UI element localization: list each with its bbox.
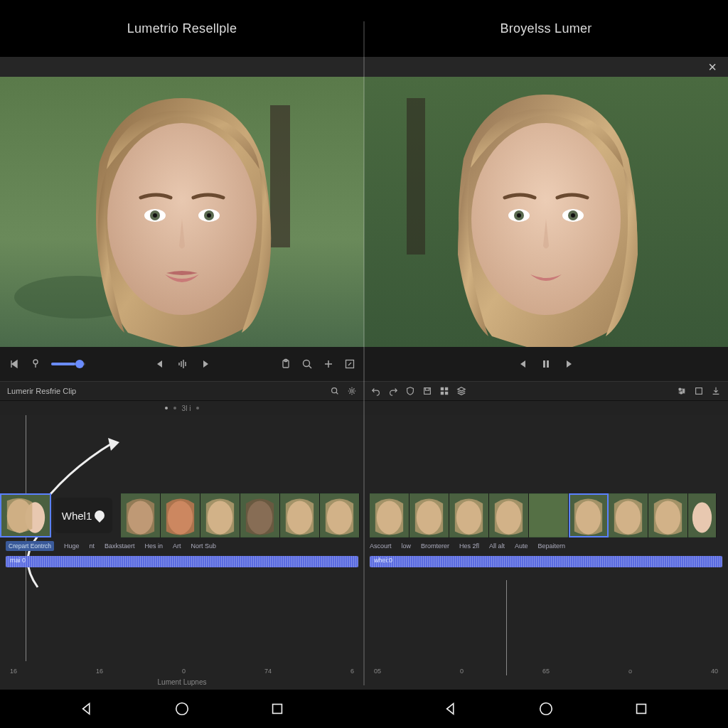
left-panel-strip: Lumerir Resfrie Clip — [0, 381, 364, 401]
rthumb-9[interactable] — [688, 493, 717, 537]
add-icon[interactable] — [323, 358, 334, 370]
grid-icon[interactable] — [439, 386, 449, 396]
rthumb-5[interactable] — [529, 493, 569, 537]
expand-icon[interactable] — [344, 358, 355, 370]
right-thumb-group — [370, 493, 717, 537]
rtag-5[interactable]: Aute — [515, 542, 528, 550]
svg-point-52 — [682, 390, 685, 392]
layers-icon[interactable] — [456, 386, 466, 396]
right-panel-strip — [364, 381, 728, 401]
rtag-6[interactable]: Bepaitern — [538, 542, 566, 550]
left-tags-row: Crepart Eontrch Huge nt Baxkstaert Hes i… — [6, 539, 364, 553]
svg-rect-54 — [696, 388, 702, 395]
left-timeline[interactable]: Whel1 Crepart Eontrch Huge nt Baxkstaert… — [0, 415, 364, 690]
tag-3[interactable]: Baxkstaert — [105, 542, 135, 550]
svg-point-53 — [680, 392, 682, 394]
rtag-2[interactable]: Bromterer — [421, 542, 449, 550]
rthumb-7[interactable] — [609, 493, 648, 537]
rtag-0[interactable]: Ascourt — [370, 542, 392, 550]
right-title: Broyelss Lumer — [500, 21, 592, 36]
nav-home-icon-r[interactable] — [538, 701, 554, 717]
close-icon[interactable]: × — [708, 59, 717, 75]
left-bottom-label: Lument Lupnes — [0, 678, 364, 690]
thumb-clip-4[interactable] — [200, 493, 240, 537]
rtag-3[interactable]: Hes 2fl — [459, 542, 479, 550]
left-nav-bar — [0, 690, 364, 728]
right-pager — [364, 401, 728, 415]
save-icon[interactable] — [422, 386, 432, 396]
prev-icon[interactable] — [516, 358, 528, 370]
nav-recent-icon-r[interactable] — [633, 701, 649, 717]
search-icon[interactable] — [301, 358, 313, 370]
svg-rect-73 — [636, 705, 646, 714]
thumb-clip-7[interactable] — [320, 493, 360, 537]
tag-0[interactable]: Crepart Eontrch — [6, 541, 54, 551]
thumb-clip-6[interactable] — [280, 493, 320, 537]
left-audio-track[interactable]: mai 0 — [6, 556, 358, 567]
right-header: Broyelss Lumer — [364, 0, 728, 57]
next-frame-icon[interactable] — [201, 358, 213, 370]
svg-point-10 — [33, 360, 38, 364]
nav-recent-icon[interactable] — [269, 701, 285, 717]
tag-1[interactable]: Huge — [64, 542, 80, 550]
settings2-icon[interactable] — [677, 386, 687, 396]
pause-icon[interactable] — [540, 358, 552, 370]
clipboard-icon[interactable] — [280, 358, 291, 370]
thumb-clip-1[interactable] — [0, 493, 51, 537]
nav-home-icon[interactable] — [174, 701, 190, 717]
left-header: Lumetrio Resellple — [0, 0, 364, 57]
svg-rect-63 — [529, 494, 568, 537]
zoom-slider[interactable] — [51, 363, 85, 365]
undo-icon[interactable] — [371, 386, 381, 396]
pin-icon — [92, 508, 107, 523]
right-preview[interactable] — [364, 77, 728, 347]
prev-frame-icon[interactable] — [153, 358, 164, 370]
rthumb-2[interactable] — [410, 493, 449, 537]
rtag-4[interactable]: All alt — [489, 542, 505, 550]
left-thumb-group — [121, 493, 360, 537]
right-timeline[interactable]: Ascourt low Bromterer Hes 2fl All alt Au… — [364, 415, 728, 690]
rthumb-4[interactable] — [489, 493, 529, 537]
thumb-clip-2[interactable] — [121, 493, 161, 537]
right-audio-track[interactable]: whei:0 — [370, 556, 722, 567]
right-playhead[interactable] — [506, 580, 507, 675]
svg-rect-48 — [445, 387, 448, 390]
svg-rect-47 — [441, 387, 444, 390]
nav-back-icon-r[interactable] — [444, 701, 459, 717]
settings-small-icon[interactable] — [347, 386, 357, 396]
rthumb-8[interactable] — [648, 493, 688, 537]
redo-icon[interactable] — [388, 386, 398, 396]
svg-rect-50 — [445, 392, 448, 395]
playhead[interactable] — [26, 415, 26, 661]
right-transport — [364, 347, 728, 381]
box-icon[interactable] — [694, 386, 704, 396]
right-tags-row: Ascourt low Bromterer Hes 2fl All alt Au… — [370, 539, 728, 553]
rtag-1[interactable]: low — [402, 542, 412, 550]
next-icon[interactable] — [564, 358, 576, 370]
download-icon[interactable] — [711, 386, 721, 396]
nav-back-icon[interactable] — [80, 701, 95, 717]
left-pager: 3l i — [0, 401, 364, 415]
rthumb-3[interactable] — [449, 493, 489, 537]
shield-icon[interactable] — [405, 386, 415, 396]
rthumb-1[interactable] — [370, 493, 410, 537]
thumb-clip-5[interactable] — [240, 493, 280, 537]
tag-4[interactable]: Hes in — [145, 542, 164, 550]
search-small-icon[interactable] — [330, 386, 340, 396]
tag-2[interactable]: nt — [90, 542, 95, 550]
svg-point-39 — [517, 213, 521, 218]
rthumb-6[interactable] — [569, 493, 609, 537]
svg-point-71 — [692, 502, 712, 532]
left-title: Lumetrio Resellple — [127, 21, 237, 36]
svg-point-72 — [540, 703, 552, 715]
thumb-clip-3[interactable] — [161, 493, 200, 537]
whel-badge[interactable]: Whel1 — [54, 498, 112, 533]
right-panel: Broyelss Lumer × — [364, 0, 728, 728]
tag-6[interactable]: Nort Sub — [191, 542, 217, 550]
left-subbar — [0, 57, 364, 77]
tag-5[interactable]: Art — [173, 542, 181, 550]
left-preview[interactable] — [0, 77, 364, 347]
waveform-icon[interactable] — [177, 358, 188, 370]
marker-icon[interactable] — [30, 358, 41, 370]
skip-start-icon[interactable] — [9, 358, 20, 370]
